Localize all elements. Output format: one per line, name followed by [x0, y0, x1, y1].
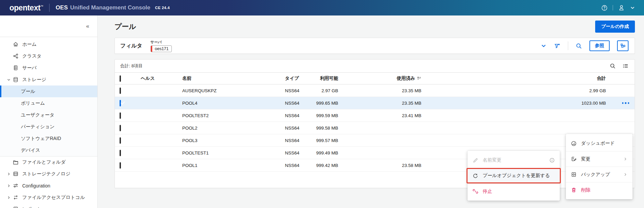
sort-ascending-icon[interactable] — [417, 76, 421, 81]
pool-available: 999.49 MB — [307, 150, 338, 155]
sidebar-item-configuration[interactable]: Configuration — [0, 180, 97, 192]
sidebar-nav: ホーム クラスタ サーバ — [0, 37, 97, 208]
table-row[interactable]: POOL3 NSS64 999.57 MB — [115, 134, 635, 147]
user-menu-chevron-down-icon[interactable] — [630, 5, 635, 10]
pencil-icon — [473, 158, 478, 163]
menu-item-modify[interactable]: 変更 — [566, 151, 633, 167]
sidebar-item-storage[interactable]: ストレージ — [0, 74, 97, 85]
server-filter-label: サーバ — [151, 40, 172, 45]
column-header-used[interactable]: 使用済み — [338, 75, 421, 81]
pool-available: 999.42 MB — [307, 163, 338, 168]
tree-view-button[interactable] — [617, 40, 629, 51]
table-row[interactable]: POOLTEST2 NSS64 999.59 MB 23.41 MB — [115, 109, 635, 122]
chevron-right-icon — [623, 172, 627, 177]
info-icon[interactable] — [549, 158, 555, 163]
pool-type: NSS64 — [285, 163, 307, 168]
pool-used: 23.35 MB — [338, 88, 421, 93]
column-header-name[interactable]: 名前 — [182, 75, 285, 81]
configuration-icon — [13, 183, 22, 188]
sidebar-item-storage-technologies[interactable]: ストレージテクノロジ — [0, 168, 97, 180]
filter-expand-chevron-down-icon[interactable] — [541, 43, 547, 49]
pool-available: 999.65 MB — [307, 101, 338, 106]
menu-item-update-pool-object[interactable]: プールオブジェクトを更新する — [466, 168, 561, 183]
row-checkbox[interactable] — [120, 150, 121, 156]
sidebar-item-reports[interactable]: レポート — [0, 203, 97, 208]
server-icon — [13, 65, 22, 71]
backup-icon — [571, 172, 577, 177]
pool-total: 2.99 GB — [421, 88, 635, 93]
user-icon[interactable] — [618, 4, 625, 11]
filter-divider — [568, 41, 568, 50]
menu-item-deactivate[interactable]: 停止 — [468, 183, 560, 199]
row-checkbox[interactable] — [120, 137, 121, 144]
pool-type: NSS64 — [285, 101, 307, 106]
create-pool-button[interactable]: プールの作成 — [595, 21, 635, 33]
row-action-menu: 名前変更 プールオブジェクトを更新する 停止 — [468, 151, 560, 201]
chevron-right-icon — [5, 196, 13, 200]
sidebar-item-server[interactable]: サーバ — [0, 62, 97, 74]
help-icon[interactable] — [601, 5, 608, 11]
header-divider — [49, 4, 50, 12]
pool-type: NSS64 — [285, 150, 307, 155]
table-search-icon[interactable] — [610, 63, 616, 69]
table-row[interactable]: POOL2 NSS64 999.58 MB — [115, 122, 635, 134]
column-header-type[interactable]: タイプ — [285, 75, 307, 81]
row-checkbox[interactable] — [120, 162, 121, 169]
protocol-icon — [13, 195, 22, 200]
table-row[interactable]: AUSERQUSKPZ NSS64 2.97 GB 23.35 MB 2.99 … — [115, 84, 635, 97]
column-header-health[interactable]: ヘルス — [133, 75, 182, 81]
pool-used: 23.58 MB — [338, 163, 421, 168]
menu-item-dashboard[interactable]: ダッシュボード — [566, 136, 633, 151]
sidebar-item-volume[interactable]: ボリューム — [0, 97, 97, 109]
sidebar-item-pool[interactable]: プール — [0, 85, 97, 97]
menu-item-backup[interactable]: バックアップ — [566, 167, 633, 182]
sidebar-item-home[interactable]: ホーム — [0, 38, 97, 50]
select-all-checkbox[interactable] — [120, 75, 121, 82]
chevron-right-icon — [5, 184, 13, 188]
menu-item-delete[interactable]: 削除 — [566, 182, 633, 198]
pool-name: POOL4 — [182, 101, 285, 106]
row-checkbox[interactable] — [120, 112, 121, 119]
clear-filter-icon[interactable] — [554, 43, 560, 49]
sidebar-item-devices[interactable]: デバイス — [0, 144, 97, 156]
pool-type: NSS64 — [285, 113, 307, 118]
sidebar-item-file-access-protocols[interactable]: ファイルアクセスプロトコル — [0, 192, 97, 203]
storage-tech-icon — [13, 171, 22, 177]
report-icon — [13, 206, 22, 208]
column-header-total[interactable]: 合計 — [421, 75, 635, 81]
sidebar-collapse-button[interactable]: « — [86, 23, 89, 30]
opentext-logo: opentext™ — [9, 3, 43, 12]
column-settings-icon[interactable] — [622, 63, 629, 69]
edit-doc-icon — [571, 156, 577, 162]
server-filter-chip[interactable]: oes171 — [151, 45, 172, 52]
table-row[interactable]: POOL4 NSS64 999.65 MB 23.35 MB 1023.00 M… — [115, 97, 635, 109]
row-more-options-icon[interactable] — [622, 102, 630, 104]
pool-name: AUSERQUSKPZ — [182, 88, 285, 93]
pool-name: POOLTEST2 — [182, 113, 285, 118]
sidebar-item-files-folders[interactable]: ファイルとフォルダ — [0, 156, 97, 168]
column-header-available[interactable]: 利用可能 — [307, 75, 338, 81]
refresh-icon — [473, 173, 478, 179]
chevron-down-icon — [5, 78, 13, 82]
row-checkbox[interactable] — [120, 88, 121, 94]
row-checkbox[interactable] — [120, 100, 121, 106]
main-content: プール プールの作成 フィルタ サーバ oes171 参照 — [98, 15, 644, 208]
browse-button[interactable]: 参照 — [589, 40, 610, 51]
pool-type: NSS64 — [285, 126, 307, 131]
pool-used: 23.41 MB — [338, 113, 421, 118]
pool-available: 2.97 GB — [307, 88, 338, 93]
sidebar-item-partition[interactable]: パーティション — [0, 121, 97, 133]
sidebar-item-user-quota[interactable]: ユーザクォータ — [0, 109, 97, 121]
pool-name: POOLTEST1 — [182, 150, 285, 155]
pool-type: NSS64 — [285, 88, 307, 93]
search-icon[interactable] — [576, 43, 582, 49]
trash-icon — [571, 187, 577, 193]
product-name: OES — [56, 4, 68, 11]
row-checkbox[interactable] — [120, 125, 121, 131]
pool-available: 999.59 MB — [307, 113, 338, 118]
menu-item-rename[interactable]: 名前変更 — [468, 152, 560, 168]
sidebar-item-software-raid[interactable]: ソフトウェアRAID — [0, 133, 97, 144]
server-filter-field: サーバ oes171 — [151, 40, 172, 52]
sidebar-item-cluster[interactable]: クラスタ — [0, 50, 97, 62]
more-options-menu: ダッシュボード 変更 バックアップ 削除 — [566, 134, 633, 199]
